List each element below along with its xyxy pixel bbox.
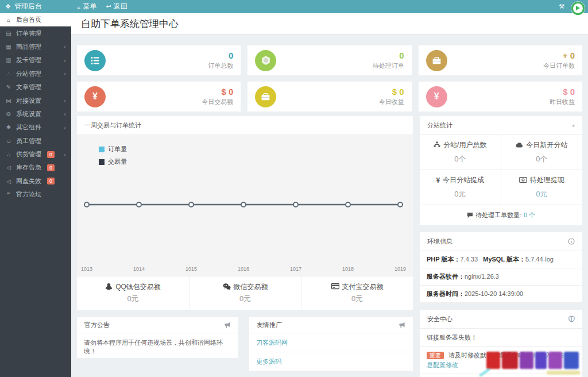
forum-icon: ❞ (5, 191, 12, 198)
sidebar-item-label: 订单管理 (16, 29, 41, 38)
x-axis-tick: 1019 (394, 266, 406, 272)
main-area: 自助下单系统管理中心 0订单总数0待处理订单+ 0今日订单数¥$ 0今日交易额$… (71, 13, 588, 377)
x-axis-tick: 1015 (185, 266, 197, 272)
chevron-left-icon: ‹ (64, 43, 66, 50)
substation-title: 分站统计 (427, 121, 452, 130)
data-point (84, 202, 89, 207)
sidebar-item-5-article[interactable]: ✎文章管理 (0, 80, 71, 94)
substation-cell-1: 今日新开分站0个 (501, 135, 583, 170)
wrench-icon[interactable]: ⚒ (559, 3, 564, 10)
promo-link[interactable]: 刀客源码网 (249, 333, 413, 352)
legend-swatch (99, 147, 105, 152)
menu-label: 菜单 (83, 2, 96, 11)
stat-label: 待处理订单 (373, 61, 404, 70)
sidebar-item-9-user[interactable]: ☺员工管理 (0, 134, 71, 148)
chevron-left-icon: ‹ (64, 70, 66, 77)
count-badge: 0 (47, 164, 55, 171)
yen-icon: ¥ (84, 86, 106, 107)
substation-cell-label: 今日分站提成 (443, 175, 484, 185)
chevron-left-icon: ‹ (64, 97, 66, 104)
pending-tickets-label: 待处理工单数量: (475, 211, 521, 220)
promo-link[interactable]: 更多源码 (249, 352, 413, 371)
stat-card-4: $ 0今日收益 (247, 82, 411, 111)
sidebar-item-3-card-grid[interactable]: ▥发卡管理‹ (0, 53, 71, 67)
pay-value: 0元 (239, 294, 251, 304)
x-axis-tick: 1018 (342, 266, 354, 272)
content: 0订单总数0待处理订单+ 0今日订单数¥$ 0今日交易额$ 0今日收益¥$ 0昨… (71, 35, 588, 377)
play-icon (576, 6, 580, 10)
sidebar-item-label: 网盘失效 (16, 177, 41, 186)
circle-icon: ● (572, 123, 575, 128)
sidebar-item-1-order-list[interactable]: ▤订单管理 (0, 26, 71, 40)
back-button[interactable]: ↩ 返回 (106, 2, 127, 11)
trend-line-chart: 1013101410151016101710181019 (77, 135, 413, 276)
stock-alert-icon: ◁ (5, 164, 12, 171)
security-row: 链接服务器失败！ (420, 329, 582, 347)
chart-panel-title: 一周交易与订单统计 (84, 121, 141, 130)
substation-cell-0: 分站/用户总数0个 (420, 135, 501, 170)
brand-title: 管理后台 (14, 2, 42, 11)
wechat-icon (223, 283, 231, 292)
yen-icon: ¥ (436, 176, 440, 184)
substation-cell-value: 0个 (454, 154, 466, 164)
promo-panel: 友情推广 刀客源码网 更多源码 (249, 317, 413, 371)
pay-stat-qq: QQ钱包交易额0元 (77, 276, 189, 310)
substation-cell-label: 今日新开分站 (526, 140, 567, 150)
substation-cell-3: 待处理提现0元 (501, 170, 583, 205)
brand: ❖ 管理后台 (0, 2, 71, 11)
gear-icon: ⚙ (5, 111, 12, 117)
env-row-versions: PHP 版本：7.4.33 MySQL 版本：5.7.44-log (420, 251, 582, 268)
sidebar-item-label: 发卡管理 (16, 56, 41, 64)
sidebar-item-label: 分站管理 (16, 70, 41, 78)
x-axis-tick: 1014 (133, 266, 145, 272)
topbar: ❖ 管理后台 ≡ 菜单 ↩ 返回 ⚒ (0, 0, 588, 13)
menu-button[interactable]: ≡ 菜单 (77, 2, 96, 11)
stat-label: 今日订单数 (543, 61, 575, 70)
env-row-server: 服务器软件：nginx/1.26.3 (420, 268, 582, 286)
sidebar-item-11-stock-alert[interactable]: ◁库存告急0 (0, 161, 71, 174)
security-center-panel: 安全中心 链接服务器失败！ 重要 请及时修改默认管理员密码 点此进入网站信息配置… (420, 310, 582, 377)
pay-value: 0元 (351, 294, 363, 304)
sidebar-item-label: 商品管理 (16, 43, 41, 51)
sidebar-item-6-link[interactable]: ⋈对接设置‹ (0, 94, 71, 107)
sidebar-item-13-forum[interactable]: ❞官方论坛 (0, 188, 71, 201)
substation-stats-panel: 分站统计 ● 分站/用户总数0个今日新开分站0个¥今日分站提成0元待处理提现0元… (420, 116, 582, 225)
megaphone-icon (399, 322, 405, 329)
sidebar-item-10-supply[interactable]: ∴供货管理0‹ (0, 148, 71, 161)
sidebar-item-7-gear[interactable]: ⚙系统设置‹ (0, 107, 71, 121)
qq-icon (105, 283, 113, 292)
sidebar-item-4-sitemap[interactable]: ∴分站管理‹ (0, 67, 71, 80)
chevron-left-icon: ‹ (64, 124, 66, 131)
back-label: 返回 (114, 2, 127, 11)
stat-label: 订单总数 (208, 61, 233, 70)
bank-card-icon (331, 283, 339, 291)
substation-grid: 分站/用户总数0个今日新开分站0个¥今日分站提成0元待处理提现0元 (420, 135, 582, 205)
legend-label: 订单量 (108, 145, 127, 153)
sidebar-item-0-home[interactable]: ⌂后台首页 (0, 13, 71, 26)
data-point (241, 202, 246, 207)
briefcase-icon (255, 86, 276, 107)
pay-label: 微信交易额 (234, 282, 268, 292)
important-badge: 重要 (427, 352, 444, 359)
sidebar-item-8-cogs[interactable]: ✱其它组件‹ (0, 121, 71, 134)
promo-title: 友情推广 (257, 321, 282, 329)
count-badge: 0 (47, 178, 55, 184)
cloud-icon (516, 141, 523, 149)
cogs-icon: ✱ (5, 124, 12, 130)
weekly-chart-panel: 一周交易与订单统计 订单量交易量 10131014101510161017101… (77, 116, 413, 310)
pending-tickets-row[interactable]: 待处理工单数量: 0 个 (420, 205, 582, 225)
sidebar-item-12-netdisk[interactable]: ◁网盘失效0 (0, 175, 71, 188)
info-icon (568, 238, 575, 245)
ordered-list-icon (84, 50, 106, 71)
legend-item-1[interactable]: 交易量 (99, 157, 127, 166)
substation-cell-2: ¥今日分站提成0元 (420, 170, 501, 205)
chart-legend: 订单量交易量 (99, 145, 127, 170)
legend-item-0[interactable]: 订单量 (99, 145, 127, 153)
chevron-left-icon: ‹ (64, 110, 66, 117)
substation-cell-value: 0个 (536, 154, 547, 164)
app-logo[interactable] (571, 2, 585, 15)
sidebar-item-2-cart[interactable]: ▦商品管理‹ (0, 40, 71, 53)
pay-stat-wechat: 微信交易额0元 (189, 276, 301, 310)
official-notice-panel: 官方公告 请勿将本程序用于任何违规场景，共创和谐网络环境！ (77, 317, 238, 371)
x-axis-tick: 1016 (238, 266, 249, 272)
